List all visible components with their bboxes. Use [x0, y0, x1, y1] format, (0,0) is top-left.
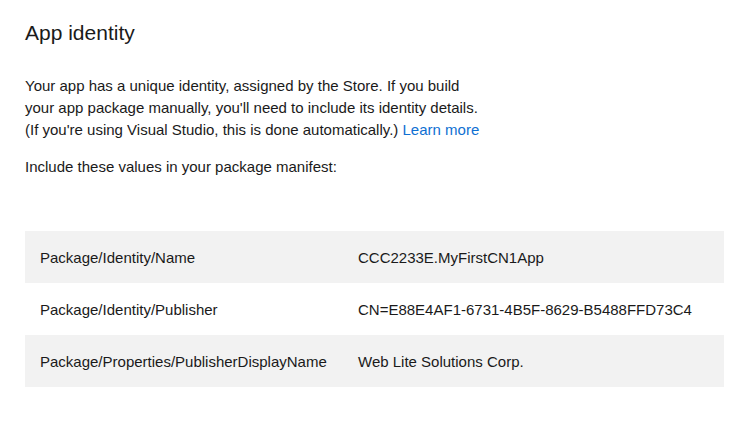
intro-text: Your app has a unique identity, assigned…	[25, 75, 725, 141]
intro-line-1: Your app has a unique identity, assigned…	[25, 77, 459, 94]
table-row-identity-name: Package/Identity/Name CCC2233E.MyFirstCN…	[25, 231, 724, 283]
manifest-table: Package/Identity/Name CCC2233E.MyFirstCN…	[25, 231, 724, 387]
manifest-key: Package/Identity/Name	[25, 249, 358, 266]
manifest-value: CCC2233E.MyFirstCN1App	[358, 249, 724, 266]
app-identity-page: App identity Your app has a unique ident…	[0, 20, 755, 387]
instruction-text: Include these values in your package man…	[25, 156, 725, 178]
manifest-value: Web Lite Solutions Corp.	[358, 353, 724, 370]
manifest-value: CN=E88E4AF1-6731-4B5F-8629-B5488FFD73C4	[358, 301, 724, 318]
table-row-publisher-display-name: Package/Properties/PublisherDisplayName …	[25, 335, 724, 387]
intro-line-2: your app package manually, you'll need t…	[25, 99, 478, 116]
intro-line-3: (If you're using Visual Studio, this is …	[25, 121, 398, 138]
manifest-key: Package/Properties/PublisherDisplayName	[25, 353, 358, 370]
learn-more-link[interactable]: Learn more	[403, 121, 480, 138]
table-row-identity-publisher: Package/Identity/Publisher CN=E88E4AF1-6…	[25, 283, 724, 335]
page-title: App identity	[25, 20, 725, 46]
manifest-key: Package/Identity/Publisher	[25, 301, 358, 318]
